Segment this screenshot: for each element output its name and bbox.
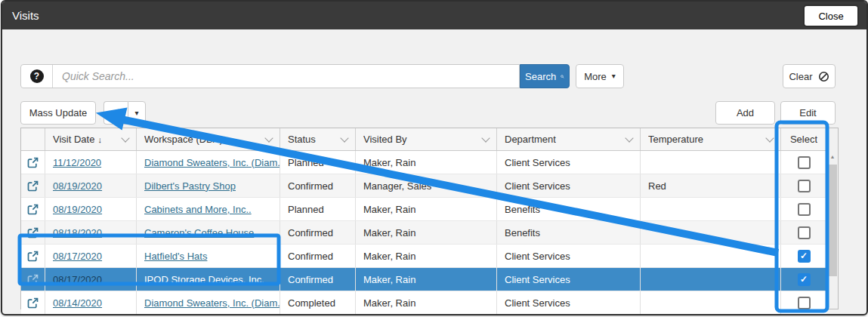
table-row[interactable]: 08/17/2020 IPOD Storage Devices, Inc. Co… [21,268,826,291]
row-checkbox[interactable] [798,226,811,239]
visit-date-link[interactable]: 08/14/2020 [53,297,102,309]
workspace-link[interactable]: Hatfield's Hats [144,251,207,262]
select-cell [781,221,826,244]
dialog-titlebar: Visits [2,2,866,29]
visited-by-cell: Maker, Rain [356,268,497,291]
visited-by-cell: Maker, Rain [356,198,497,220]
visit-date-link[interactable]: 08/17/2020 [53,251,102,262]
external-link-icon[interactable] [27,251,39,262]
table-row[interactable]: 08/17/2020 Hatfield's Hats Confirmed Mak… [21,245,826,268]
chevron-down-icon[interactable] [264,134,273,142]
quick-search-group: ? [20,64,520,88]
workspace-link[interactable]: Diamond Sweaters, Inc. (Diam... [144,297,280,309]
pushpin-icon [111,108,122,118]
external-link-icon[interactable] [27,157,39,168]
row-checkbox[interactable] [798,180,811,192]
add-button[interactable]: Add [715,101,775,125]
table-row[interactable]: 08/19/2020 Dilbert's Pastry Shop Confirm… [21,174,826,198]
external-link-icon[interactable] [27,227,39,239]
open-record-cell [21,221,45,244]
visits-table: Visit Date ↓ Workspace (DBA) Status Visi… [20,128,839,309]
table-header-row: Visit Date ↓ Workspace (DBA) Status Visi… [21,128,826,151]
external-link-icon[interactable] [27,297,39,309]
table-row[interactable]: 11/12/2020 Diamond Sweaters, Inc. (Diam.… [21,151,826,174]
search-button[interactable]: Search [520,64,570,88]
header-visited-by[interactable]: Visited By [356,128,497,150]
status-cell: Confirmed [280,245,356,267]
workspace-link[interactable]: Diamond Sweaters, Inc. (Diam... [144,157,280,168]
visit-date-link[interactable]: 11/12/2020 [53,157,101,168]
chevron-down-icon[interactable] [765,134,774,142]
quick-search-input[interactable] [53,65,519,88]
scroll-up-icon[interactable]: ▲ [827,150,838,162]
sort-desc-icon: ↓ [97,135,102,144]
table-row[interactable]: 08/14/2020 Diamond Sweaters, Inc. (Diam.… [21,291,826,315]
external-link-icon[interactable] [27,274,39,285]
visited-by-cell: Maker, Rain [356,151,497,174]
chevron-down-icon[interactable] [481,134,490,142]
visited-by-cell: Maker, Rain [356,221,497,244]
chevron-down-icon[interactable] [340,134,348,142]
search-help-segment[interactable]: ? [21,65,53,88]
close-button[interactable]: Close [803,5,859,27]
header-select: Select [781,128,826,150]
row-checkbox[interactable]: ✓ [798,273,811,286]
visit-date-link[interactable]: 08/19/2020 [53,204,102,215]
pin-split-button: ▾ [103,101,146,125]
department-cell: Client Services [497,268,641,291]
status-cell: Confirmed [280,221,356,244]
edit-button[interactable]: Edit [780,101,836,125]
table-row[interactable]: 08/19/2020 Cabinets and More, Inc.. Plan… [21,198,826,221]
clear-button[interactable]: Clear [783,64,836,88]
temperature-cell [641,291,781,314]
table-body: 11/12/2020 Diamond Sweaters, Inc. (Diam.… [21,151,826,315]
header-temperature[interactable]: Temperature [641,128,781,150]
scrollbar-track[interactable]: ▲ [827,150,838,309]
header-visit-date[interactable]: Visit Date ↓ [45,128,137,150]
header-status[interactable]: Status [280,128,356,150]
header-workspace[interactable]: Workspace (DBA) [137,128,280,150]
caret-down-icon: ▾ [134,109,138,117]
row-checkbox[interactable]: ✓ [798,250,811,263]
visits-dialog: Visits Close ? Search More ▾ Clear Mass … [1,0,868,315]
select-cell: ✓ [781,268,826,291]
open-record-cell [21,151,45,174]
department-cell: Client Services [497,151,641,174]
visit-date-link[interactable]: 08/17/2020 [53,274,102,285]
external-link-icon[interactable] [27,204,39,215]
status-cell: Confirmed [280,174,356,197]
temperature-cell [641,221,781,244]
department-cell: Benefits [497,198,641,220]
temperature-cell [641,268,781,291]
chevron-down-icon[interactable] [121,134,129,142]
workspace-link[interactable]: IPOD Storage Devices, Inc. [144,274,264,285]
scrollbar-thumb[interactable] [828,165,837,276]
search-icon [561,71,564,82]
table-row[interactable]: 08/18/2020 Cameron's Coffee House Confir… [21,221,826,245]
visit-date-link[interactable]: 08/19/2020 [53,180,102,192]
workspace-link[interactable]: Cameron's Coffee House [144,227,254,239]
external-link-icon[interactable] [27,180,39,192]
mass-update-button[interactable]: Mass Update [20,101,96,125]
help-icon[interactable]: ? [30,69,44,83]
status-cell: Planned [280,198,356,220]
visit-date-link[interactable]: 08/18/2020 [53,227,102,239]
row-checkbox[interactable] [798,156,811,169]
workspace-link[interactable]: Dilbert's Pastry Shop [144,180,236,192]
pin-button[interactable] [103,101,128,125]
dialog-title: Visits [12,9,39,22]
header-open-record [21,128,45,150]
row-checkbox[interactable] [798,203,811,216]
chevron-down-icon[interactable] [625,134,633,142]
more-button[interactable]: More ▾ [576,64,624,88]
vertical-scrollbar[interactable]: ▲ [826,128,838,309]
workspace-link[interactable]: Cabinets and More, Inc.. [144,204,252,215]
header-department[interactable]: Department [497,128,641,150]
select-cell [781,174,826,197]
status-cell: Confirmed [280,268,356,291]
temperature-cell [641,198,781,220]
select-cell [781,151,826,174]
pin-dropdown-button[interactable]: ▾ [128,101,146,125]
search-button-label: Search [525,71,556,82]
row-checkbox[interactable] [798,297,811,309]
